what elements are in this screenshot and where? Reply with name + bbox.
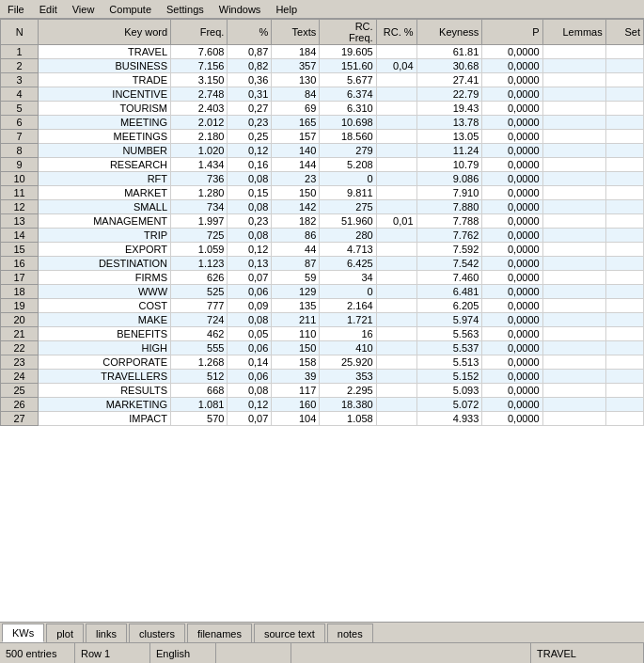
table-row[interactable]: 7MEETINGS2.1800,2515718.56013.050,0000: [1, 130, 644, 144]
col-header-texts[interactable]: Texts: [272, 20, 320, 45]
tab-kws[interactable]: KWs: [2, 624, 44, 642]
table-container: N Key word Freq. % Texts RC.Freq. RC. % …: [0, 19, 644, 622]
col-header-n[interactable]: N: [1, 20, 39, 45]
col-header-keyness[interactable]: Keyness: [416, 20, 482, 45]
table-row[interactable]: 10RFT7360,082309.0860,0000: [1, 172, 644, 186]
table-row[interactable]: 18WWW5250,0612906.4810,0000: [1, 285, 644, 299]
status-extra2: [291, 643, 531, 663]
table-row[interactable]: 3TRADE3.1500,361305.67727.410,0000: [1, 73, 644, 87]
col-header-freq[interactable]: Freq.: [171, 20, 228, 45]
status-extra1: [216, 643, 291, 663]
tab-source-text[interactable]: source text: [254, 624, 325, 642]
app-window: FileEditViewComputeSettingsWindowsHelp: [0, 0, 644, 663]
menu-help[interactable]: Help: [272, 3, 301, 16]
tab-notes[interactable]: notes: [327, 624, 373, 642]
menu-view[interactable]: View: [69, 3, 99, 16]
table-row[interactable]: 11MARKET1.2800,151509.8117.9100,0000: [1, 186, 644, 200]
table-row[interactable]: 19COST7770,091352.1646.2050,0000: [1, 299, 644, 313]
table-row[interactable]: 2BUSINESS7.1560,82357151.600,0430.680,00…: [1, 59, 644, 73]
table-row[interactable]: 20MAKE7240,082111.7215.9740,0000: [1, 313, 644, 327]
table-row[interactable]: 22HIGH5550,061504105.5370,0000: [1, 341, 644, 355]
menubar: FileEditViewComputeSettingsWindowsHelp: [0, 0, 644, 19]
keywords-table: N Key word Freq. % Texts RC.Freq. RC. % …: [0, 19, 644, 426]
tab-links[interactable]: links: [86, 624, 127, 642]
table-row[interactable]: 5TOURISM2.4030,27696.31019.430,0000: [1, 102, 644, 116]
table-row[interactable]: 1TRAVEL7.6080,8718419.60561.810,0000: [1, 45, 644, 59]
table-row[interactable]: 12SMALL7340,081422757.8800,0000: [1, 200, 644, 214]
table-row[interactable]: 24TRAVELLERS5120,06393535.1520,0000: [1, 370, 644, 384]
table-row[interactable]: 25RESULTS6680,081172.2955.0930,0000: [1, 384, 644, 398]
status-entries: 500 entries: [0, 643, 75, 663]
table-row[interactable]: 13MANAGEMENT1.9970,2318251.9600,017.7880…: [1, 214, 644, 229]
tab-filenames[interactable]: filenames: [187, 624, 252, 642]
menu-edit[interactable]: Edit: [36, 3, 61, 16]
table-row[interactable]: 14TRIP7250,08862807.7620,0000: [1, 229, 644, 243]
col-header-lemmas[interactable]: Lemmas: [542, 20, 605, 45]
tab-clusters[interactable]: clusters: [129, 624, 185, 642]
status-language: English: [150, 643, 216, 663]
table-row[interactable]: 8NUMBER1.0200,1214027911.240,0000: [1, 144, 644, 158]
col-header-rcfreq[interactable]: RC.Freq.: [320, 20, 376, 45]
tabs-bar: KWsplotlinksclustersfilenamessource text…: [0, 622, 644, 642]
table-row[interactable]: 17FIRMS6260,0759347.4600,0000: [1, 271, 644, 285]
table-row[interactable]: 27IMPACT5700,071041.0584.9330,0000: [1, 412, 644, 426]
menu-compute[interactable]: Compute: [105, 3, 155, 16]
col-header-pct[interactable]: %: [228, 20, 272, 45]
table-row[interactable]: 26MARKETING1.0810,1216018.3805.0720,0000: [1, 398, 644, 412]
table-row[interactable]: 6MEETING2.0120,2316510.69813.780,0000: [1, 116, 644, 130]
main-area: N Key word Freq. % Texts RC.Freq. RC. % …: [0, 19, 644, 663]
table-row[interactable]: 23CORPORATE1.2680,1415825.9205.5130,0000: [1, 355, 644, 370]
menu-windows[interactable]: Windows: [215, 3, 265, 16]
col-header-p[interactable]: P: [482, 20, 542, 45]
col-header-rcpct[interactable]: RC. %: [376, 20, 416, 45]
table-row[interactable]: 4INCENTIVE2.7480,31846.37422.790,0000: [1, 87, 644, 102]
tab-plot[interactable]: plot: [46, 624, 84, 642]
table-row[interactable]: 16DESTINATION1.1230,13876.4257.5420,0000: [1, 257, 644, 271]
table-row[interactable]: 9RESEARCH1.4340,161445.20810.790,0000: [1, 158, 644, 172]
table-row[interactable]: 21BENEFITS4620,05110165.5630,0000: [1, 327, 644, 341]
menu-settings[interactable]: Settings: [163, 3, 208, 16]
statusbar: 500 entries Row 1 English TRAVEL: [0, 642, 644, 663]
col-header-keyword[interactable]: Key word: [39, 20, 171, 45]
menu-file[interactable]: File: [4, 3, 28, 16]
table-header: N Key word Freq. % Texts RC.Freq. RC. % …: [1, 20, 644, 45]
col-header-set[interactable]: Set: [605, 20, 643, 45]
status-row: Row 1: [75, 643, 150, 663]
table-row[interactable]: 15EXPORT1.0590,12444.7137.5920,0000: [1, 243, 644, 257]
status-word: TRAVEL: [531, 643, 644, 663]
